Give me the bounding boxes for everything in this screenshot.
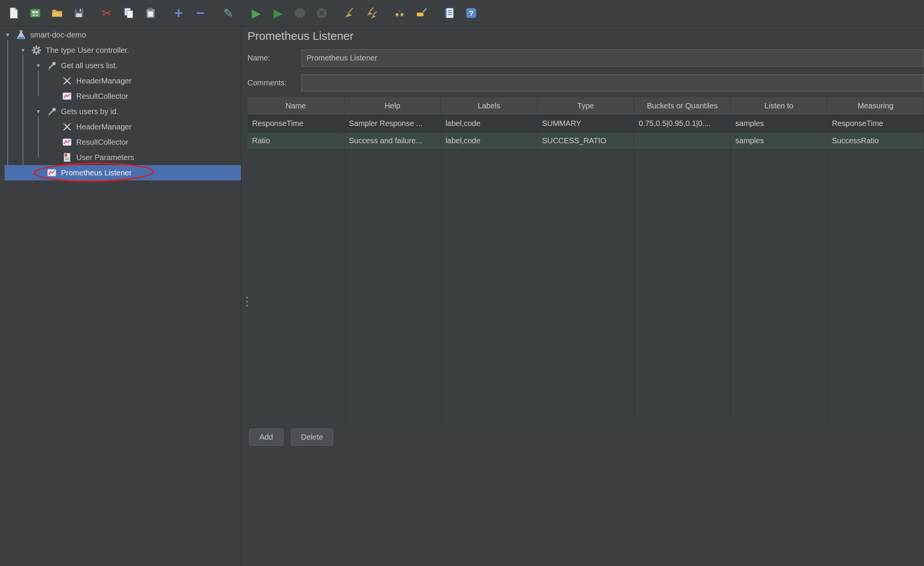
- comments-row: Comments:: [247, 74, 924, 92]
- save-icon: [72, 7, 85, 20]
- copy-icon: [122, 7, 135, 20]
- add-button[interactable]: Add: [249, 429, 283, 446]
- paste-button[interactable]: [142, 3, 159, 23]
- tree-item-header-manager[interactable]: HeaderManager: [0, 73, 241, 88]
- cell-help[interactable]: Sampler Response ...: [344, 115, 441, 132]
- stop-icon: [293, 7, 306, 20]
- tree-item-label: Gets users by id.: [61, 107, 118, 116]
- table-row[interactable]: Ratio Success and failure... label,code …: [247, 132, 924, 149]
- cell-name[interactable]: Ratio: [247, 132, 344, 149]
- tree-item-header-manager[interactable]: HeaderManager: [0, 119, 241, 134]
- column-header-measuring[interactable]: Measuring: [827, 97, 924, 115]
- binoculars-icon: [393, 7, 406, 20]
- table-actions: Add Delete: [249, 429, 333, 446]
- tree-item-label: smart-doc-demo: [30, 31, 86, 39]
- table-header-row: Name Help Labels Type Buckets or Quantil…: [247, 97, 924, 115]
- copy-button[interactable]: [120, 3, 138, 23]
- shutdown-button: [313, 3, 331, 23]
- function-helper-button[interactable]: [441, 3, 458, 23]
- cell-buckets[interactable]: [634, 132, 731, 149]
- toggle-button[interactable]: ✎: [220, 3, 237, 23]
- cell-labels[interactable]: label,code: [441, 115, 537, 132]
- minus-icon: −: [196, 6, 205, 20]
- tree-item-label: HeaderManager: [76, 123, 132, 131]
- column-header-name[interactable]: Name: [247, 97, 344, 115]
- templates-button[interactable]: [26, 3, 44, 23]
- help-icon: ?: [465, 7, 478, 20]
- table-row[interactable]: ResponseTime Sampler Response ... label,…: [247, 115, 924, 132]
- broom-all-icon: [365, 7, 378, 20]
- shutdown-icon: [315, 7, 328, 20]
- tree-item-label: ResultCollector: [76, 138, 128, 147]
- tree-item-test-plan[interactable]: ▼ smart-doc-demo: [0, 27, 241, 43]
- column-header-labels[interactable]: Labels: [441, 97, 537, 115]
- cell-listen-to[interactable]: samples: [731, 132, 827, 149]
- expand-all-button[interactable]: +: [170, 3, 187, 23]
- gear-icon: [31, 44, 42, 56]
- comments-input[interactable]: [301, 74, 924, 92]
- splitter-handle[interactable]: ⋮: [241, 296, 247, 307]
- name-row: Name:: [247, 49, 924, 67]
- name-input[interactable]: [301, 49, 924, 67]
- metrics-table: Name Help Labels Type Buckets or Quantil…: [247, 97, 924, 150]
- pencil-icon: ✎: [223, 7, 233, 19]
- start-no-pauses-button[interactable]: ▶: [269, 3, 287, 23]
- search-reset-button[interactable]: [413, 3, 430, 23]
- column-header-help[interactable]: Help: [344, 97, 441, 115]
- test-plan-tree: ▼ smart-doc-demo ▼ The t: [0, 26, 241, 566]
- search-button[interactable]: [391, 3, 408, 23]
- user-parameters-icon: [61, 152, 73, 163]
- sampler-icon: [46, 60, 57, 71]
- help-button[interactable]: ?: [462, 3, 480, 23]
- header-manager-icon: [61, 121, 73, 133]
- chevron-down-icon[interactable]: ▼: [0, 32, 15, 38]
- cell-measuring[interactable]: SuccessRatio: [827, 132, 924, 149]
- cell-labels[interactable]: label,code: [441, 132, 537, 149]
- scissors-icon: ✂: [102, 7, 112, 19]
- tree-item-thread-group[interactable]: ▼ The type User controller.: [0, 43, 241, 58]
- cut-button[interactable]: ✂: [98, 3, 116, 23]
- play-no-pauses-icon: ▶: [274, 7, 283, 19]
- open-file-button[interactable]: [48, 3, 66, 23]
- tree-item-sampler-get-all-users[interactable]: ▼ Get all users list.: [0, 58, 241, 73]
- play-icon: ▶: [252, 7, 261, 19]
- listener-chart-icon: [46, 167, 57, 178]
- templates-icon: [29, 7, 42, 20]
- tree-item-result-collector[interactable]: ResultCollector: [0, 134, 241, 150]
- sampler-icon: [46, 106, 57, 117]
- cell-type[interactable]: SUMMARY: [537, 115, 634, 132]
- tree-item-label: User Parameters: [76, 153, 134, 162]
- cell-name[interactable]: ResponseTime: [247, 115, 344, 132]
- comments-label: Comments:: [247, 79, 301, 87]
- tree-item-result-collector[interactable]: ResultCollector: [0, 88, 241, 104]
- broom-icon: [343, 7, 356, 20]
- chevron-down-icon[interactable]: ▼: [15, 47, 31, 53]
- save-button[interactable]: [70, 3, 88, 23]
- tree-item-sampler-gets-users-by-id[interactable]: ▼ Gets users by id.: [0, 104, 241, 119]
- column-header-listen-to[interactable]: Listen to: [731, 97, 827, 115]
- new-file-button[interactable]: [5, 3, 22, 23]
- chevron-down-icon[interactable]: ▼: [31, 62, 46, 69]
- cell-measuring[interactable]: ResponseTime: [827, 115, 924, 132]
- clear-all-button[interactable]: [363, 3, 380, 23]
- plus-icon: +: [174, 6, 183, 20]
- tree-item-label: Get all users list.: [61, 61, 118, 70]
- collapse-all-button[interactable]: −: [192, 3, 209, 23]
- cell-type[interactable]: SUCCESS_RATIO: [537, 132, 634, 149]
- delete-button[interactable]: Delete: [291, 429, 334, 446]
- tree-item-label: The type User controller.: [46, 46, 129, 55]
- start-button[interactable]: ▶: [247, 3, 265, 23]
- tree-item-user-parameters[interactable]: User Parameters: [0, 150, 241, 165]
- flask-icon: [15, 29, 27, 41]
- column-header-type[interactable]: Type: [537, 97, 634, 115]
- tree-item-label: Prometheus Listener: [61, 168, 132, 177]
- chevron-down-icon[interactable]: ▼: [31, 108, 46, 115]
- tree-item-prometheus-listener[interactable]: Prometheus Listener: [5, 165, 241, 180]
- cell-buckets[interactable]: 0.75,0.5|0.95,0.1|0....: [634, 115, 731, 132]
- clear-button[interactable]: [341, 3, 359, 23]
- page-title: Prometheus Listener: [247, 29, 354, 43]
- cell-help[interactable]: Success and failure...: [344, 132, 441, 149]
- column-header-buckets[interactable]: Buckets or Quantiles: [634, 97, 731, 115]
- function-helper-icon: [443, 7, 456, 20]
- cell-listen-to[interactable]: samples: [731, 115, 827, 132]
